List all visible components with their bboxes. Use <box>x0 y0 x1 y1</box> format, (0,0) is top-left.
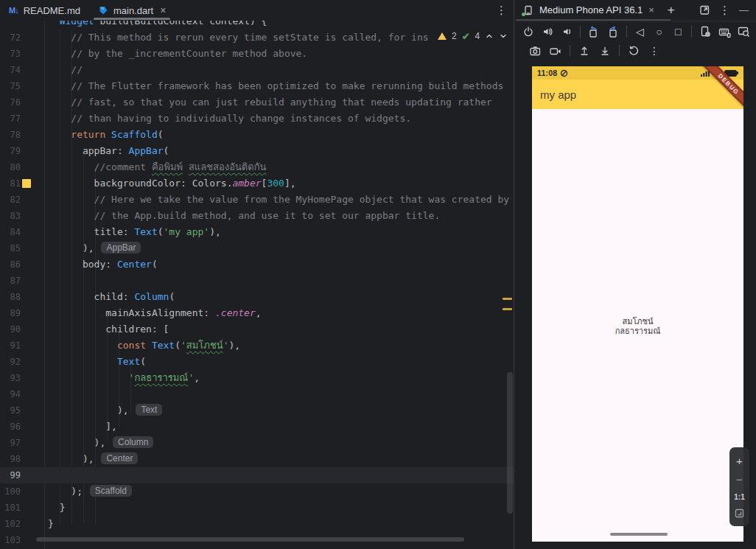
device-display-area: 11:08 my app DEBUG สม <box>516 66 756 549</box>
code-line: 91 const Text('สมโภชน์'), <box>0 338 514 354</box>
screen-zoom-icon[interactable] <box>735 24 752 40</box>
rotate-left-icon[interactable] <box>586 24 602 40</box>
next-problem-icon[interactable] <box>499 32 508 41</box>
power-icon[interactable] <box>520 24 536 40</box>
warning-icon[interactable] <box>438 32 447 40</box>
code-line: 77 // than having to individually change… <box>0 111 514 127</box>
reset-icon[interactable] <box>625 43 643 59</box>
code-token: return <box>71 129 105 140</box>
inspection-widget: 2 ✔ 4 <box>433 29 509 43</box>
code-token <box>146 340 152 351</box>
code-token: child: <box>48 291 134 302</box>
screen-record-icon[interactable] <box>547 43 564 59</box>
code-token: ( <box>164 145 169 156</box>
vertical-scrollbar[interactable] <box>507 372 513 514</box>
code-token: ' <box>181 340 186 351</box>
code-line: 87 <box>0 273 514 289</box>
keyboard-icon[interactable] <box>716 24 732 40</box>
add-device-icon[interactable]: + <box>668 3 675 18</box>
line-number: 102 <box>0 516 21 532</box>
line-number: 103 <box>0 532 21 548</box>
code-token <box>183 161 189 172</box>
tab-label: main.dart <box>113 5 153 16</box>
code-token: //comment <box>48 161 152 172</box>
zoom-in-button[interactable]: + <box>736 455 743 466</box>
fit-screen-icon[interactable] <box>735 508 744 518</box>
zoom-ratio-button[interactable]: 1:1 <box>734 493 744 501</box>
line-number: 86 <box>0 256 21 273</box>
line-number: 91 <box>0 338 21 354</box>
code-line: 83 // the App.build method, and use it t… <box>0 208 514 224</box>
scrollbar-warning-mark[interactable] <box>503 308 512 310</box>
zoom-out-button[interactable]: − <box>736 474 743 485</box>
code-token: appBar: <box>48 145 129 156</box>
code-token: สแลชสองอันติดกัน <box>189 161 267 172</box>
back-icon[interactable]: ◁ <box>632 24 648 40</box>
gesture-navigation-bar[interactable] <box>610 533 668 536</box>
code-line: 94 <box>0 386 514 402</box>
download-icon[interactable] <box>596 43 614 59</box>
open-in-window-icon[interactable] <box>699 4 710 15</box>
code-line: 88 child: Column( <box>0 289 514 305</box>
hide-panel-icon[interactable]: — <box>739 4 749 15</box>
tab-label: README.md <box>24 5 80 16</box>
close-tab-icon[interactable]: × <box>160 4 166 16</box>
code-line: 82 // Here we take the value from the My… <box>0 192 514 208</box>
screenshot-icon[interactable] <box>526 43 544 59</box>
code-line: 99 <box>0 467 514 483</box>
zoom-controls: + − 1:1 <box>729 447 749 526</box>
line-number: 90 <box>0 321 21 338</box>
phone-app-bar: my app <box>532 80 743 109</box>
code-token: ], <box>48 421 117 432</box>
volume-up-icon[interactable] <box>539 24 556 40</box>
tab-readme[interactable]: M↓ README.md <box>0 0 89 21</box>
editor-options-kebab-icon[interactable]: ⋮ <box>489 4 514 17</box>
device-settings-icon[interactable] <box>697 24 713 40</box>
device-icon <box>523 5 533 15</box>
inlay-hint[interactable]: Column <box>113 436 153 448</box>
phone-screen[interactable]: 11:08 my app DEBUG สม <box>532 66 743 542</box>
tab-main-dart[interactable]: main.dart × <box>89 0 175 21</box>
line-number: 83 <box>0 208 21 224</box>
overview-icon[interactable]: □ <box>670 24 686 40</box>
horizontal-scrollbar[interactable] <box>36 537 464 542</box>
code-line: 73 // by the _incrementCounter method ab… <box>0 46 514 62</box>
code-line: 97 ), Column <box>0 435 514 451</box>
code-token: กลธารารมณ์ <box>134 372 188 383</box>
code-token: ], <box>284 178 296 189</box>
upload-icon[interactable] <box>575 43 593 59</box>
inlay-hint[interactable]: Text <box>136 404 162 416</box>
dart-icon <box>98 5 108 15</box>
code-line: 93 'กลธารารมณ์', <box>0 370 514 386</box>
code-token: ), <box>48 405 134 416</box>
more-options-icon[interactable]: ⋮ <box>645 43 663 59</box>
inlay-hint[interactable]: AppBar <box>101 242 141 253</box>
line-number: 101 <box>0 500 21 516</box>
panel-divider <box>516 21 756 21</box>
panel-options-kebab-icon[interactable]: ⋮ <box>716 4 733 17</box>
line-number: 74 <box>0 62 21 78</box>
inlay-hint[interactable]: Center <box>101 452 138 464</box>
close-device-tab-icon[interactable]: × <box>648 4 654 15</box>
code-line: 98 ), Center <box>0 451 514 467</box>
line-number: 78 <box>0 127 21 143</box>
code-line: 90 children: [ <box>0 321 514 338</box>
code-token <box>48 129 71 140</box>
running-devices-panel: Medium Phone API 36.1 × + ⋮ — <box>516 0 756 549</box>
typo-check-icon[interactable]: ✔ <box>462 31 470 42</box>
device-tab-label[interactable]: Medium Phone API 36.1 <box>539 4 643 15</box>
volume-down-icon[interactable] <box>559 24 575 40</box>
editor-code-area[interactable]: Widget build(BuildContext context) {72 /… <box>0 0 514 549</box>
code-token: ), <box>228 340 240 351</box>
scrollbar-warning-mark[interactable] <box>503 298 512 300</box>
device-tab-row: Medium Phone API 36.1 × + ⋮ — <box>516 0 756 20</box>
rotate-right-icon[interactable] <box>605 24 621 40</box>
color-preview-amber-icon[interactable] <box>22 179 31 188</box>
markdown-icon: M↓ <box>9 6 18 15</box>
code-token: ); <box>48 486 88 497</box>
inlay-hint[interactable]: Scaffold <box>90 485 132 497</box>
code-token: คือพิมพ์ <box>152 161 183 172</box>
previous-problem-icon[interactable] <box>485 32 494 41</box>
home-icon[interactable]: ○ <box>651 24 667 40</box>
line-number: 81 <box>0 175 21 192</box>
